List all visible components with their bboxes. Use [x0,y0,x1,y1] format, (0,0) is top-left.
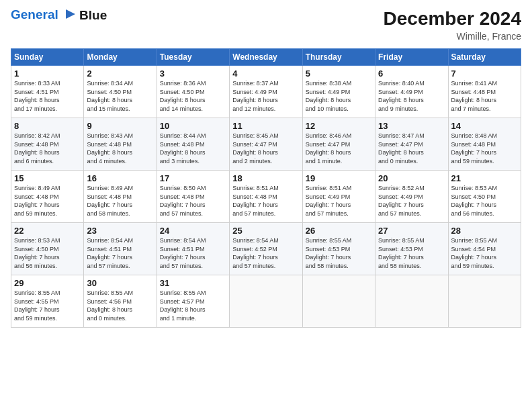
table-row: 17Sunrise: 8:50 AM Sunset: 4:48 PM Dayli… [157,171,229,223]
col-friday: Friday [375,49,448,66]
calendar-header-row: Sunday Monday Tuesday Wednesday Thursday… [11,49,521,66]
day-info: Sunrise: 8:50 AM Sunset: 4:48 PM Dayligh… [160,184,226,218]
table-row: 12Sunrise: 8:46 AM Sunset: 4:47 PM Dayli… [302,118,375,171]
table-row [230,275,302,328]
main-container: General Blue December 2024 Wimille, Fran… [0,0,532,333]
table-row: 16Sunrise: 8:49 AM Sunset: 4:48 PM Dayli… [84,171,157,223]
table-row: 28Sunrise: 8:55 AM Sunset: 4:54 PM Dayli… [448,223,521,275]
col-thursday: Thursday [302,49,375,66]
day-info: Sunrise: 8:37 AM Sunset: 4:49 PM Dayligh… [232,79,299,113]
day-info: Sunrise: 8:45 AM Sunset: 4:47 PM Dayligh… [232,132,299,165]
calendar-week-row: 8Sunrise: 8:42 AM Sunset: 4:48 PM Daylig… [11,118,521,171]
day-info: Sunrise: 8:41 AM Sunset: 4:48 PM Dayligh… [451,79,518,113]
title-area: December 2024 Wimille, France [384,8,521,42]
table-row: 25Sunrise: 8:54 AM Sunset: 4:52 PM Dayli… [230,223,302,275]
day-info: Sunrise: 8:55 AM Sunset: 4:55 PM Dayligh… [14,289,81,322]
logo: General Blue [11,8,107,23]
day-number: 15 [14,173,81,183]
table-row: 22Sunrise: 8:53 AM Sunset: 4:50 PM Dayli… [11,223,84,275]
day-info: Sunrise: 8:46 AM Sunset: 4:47 PM Dayligh… [306,132,372,165]
day-info: Sunrise: 8:48 AM Sunset: 4:48 PM Dayligh… [451,132,518,165]
day-number: 31 [160,278,226,288]
day-info: Sunrise: 8:36 AM Sunset: 4:50 PM Dayligh… [160,79,226,113]
day-number: 26 [306,226,372,236]
table-row: 11Sunrise: 8:45 AM Sunset: 4:47 PM Dayli… [230,118,302,171]
day-info: Sunrise: 8:33 AM Sunset: 4:51 PM Dayligh… [14,79,81,113]
day-number: 3 [160,68,226,79]
day-number: 6 [378,68,445,79]
logo-flag-icon [63,8,78,23]
day-info: Sunrise: 8:54 AM Sunset: 4:51 PM Dayligh… [87,236,153,270]
table-row: 20Sunrise: 8:52 AM Sunset: 4:49 PM Dayli… [375,171,448,223]
calendar-week-row: 29Sunrise: 8:55 AM Sunset: 4:55 PM Dayli… [11,275,521,328]
calendar-week-row: 22Sunrise: 8:53 AM Sunset: 4:50 PM Dayli… [11,223,521,275]
table-row: 14Sunrise: 8:48 AM Sunset: 4:48 PM Dayli… [448,118,521,171]
day-number: 14 [451,121,518,131]
day-number: 9 [87,121,153,131]
day-number: 4 [232,68,299,79]
day-number: 30 [87,278,153,288]
table-row: 15Sunrise: 8:49 AM Sunset: 4:48 PM Dayli… [11,171,84,223]
table-row: 26Sunrise: 8:55 AM Sunset: 4:53 PM Dayli… [302,223,375,275]
table-row [448,275,521,328]
table-row: 18Sunrise: 8:51 AM Sunset: 4:48 PM Dayli… [230,171,302,223]
day-number: 27 [378,226,445,236]
table-row: 21Sunrise: 8:53 AM Sunset: 4:50 PM Dayli… [448,171,521,223]
day-info: Sunrise: 8:54 AM Sunset: 4:51 PM Dayligh… [160,236,226,270]
day-info: Sunrise: 8:55 AM Sunset: 4:56 PM Dayligh… [87,289,153,322]
calendar-week-row: 1Sunrise: 8:33 AM Sunset: 4:51 PM Daylig… [11,66,521,118]
day-number: 2 [87,68,153,79]
calendar-week-row: 15Sunrise: 8:49 AM Sunset: 4:48 PM Dayli… [11,171,521,223]
day-info: Sunrise: 8:55 AM Sunset: 4:53 PM Dayligh… [306,236,372,270]
table-row: 13Sunrise: 8:47 AM Sunset: 4:47 PM Dayli… [375,118,448,171]
day-info: Sunrise: 8:38 AM Sunset: 4:49 PM Dayligh… [306,79,372,113]
day-number: 8 [14,121,81,131]
day-info: Sunrise: 8:44 AM Sunset: 4:48 PM Dayligh… [160,132,226,165]
day-number: 11 [232,121,299,131]
table-row: 23Sunrise: 8:54 AM Sunset: 4:51 PM Dayli… [84,223,157,275]
table-row: 9Sunrise: 8:43 AM Sunset: 4:48 PM Daylig… [84,118,157,171]
day-number: 20 [378,173,445,183]
svg-marker-0 [66,9,75,19]
day-number: 5 [306,68,372,79]
day-number: 12 [306,121,372,131]
table-row: 31Sunrise: 8:55 AM Sunset: 4:57 PM Dayli… [157,275,229,328]
day-info: Sunrise: 8:40 AM Sunset: 4:49 PM Dayligh… [378,79,445,113]
day-info: Sunrise: 8:34 AM Sunset: 4:50 PM Dayligh… [87,79,153,113]
day-info: Sunrise: 8:43 AM Sunset: 4:48 PM Dayligh… [87,132,153,165]
day-number: 25 [232,226,299,236]
col-wednesday: Wednesday [230,49,302,66]
table-row: 19Sunrise: 8:51 AM Sunset: 4:49 PM Dayli… [302,171,375,223]
header: General Blue December 2024 Wimille, Fran… [11,8,521,42]
day-info: Sunrise: 8:55 AM Sunset: 4:57 PM Dayligh… [160,289,226,322]
day-info: Sunrise: 8:42 AM Sunset: 4:48 PM Dayligh… [14,132,81,165]
table-row: 1Sunrise: 8:33 AM Sunset: 4:51 PM Daylig… [11,66,84,118]
day-info: Sunrise: 8:53 AM Sunset: 4:50 PM Dayligh… [451,184,518,218]
day-number: 16 [87,173,153,183]
day-number: 10 [160,121,226,131]
day-number: 24 [160,226,226,236]
logo-general: General [11,7,58,21]
day-number: 19 [306,173,372,183]
day-number: 23 [87,226,153,236]
col-monday: Monday [84,49,157,66]
table-row: 30Sunrise: 8:55 AM Sunset: 4:56 PM Dayli… [84,275,157,328]
calendar-table: Sunday Monday Tuesday Wednesday Thursday… [11,48,521,328]
day-info: Sunrise: 8:51 AM Sunset: 4:48 PM Dayligh… [232,184,299,218]
table-row: 4Sunrise: 8:37 AM Sunset: 4:49 PM Daylig… [230,66,302,118]
table-row: 2Sunrise: 8:34 AM Sunset: 4:50 PM Daylig… [84,66,157,118]
col-sunday: Sunday [11,49,84,66]
day-info: Sunrise: 8:53 AM Sunset: 4:50 PM Dayligh… [14,236,81,270]
table-row: 5Sunrise: 8:38 AM Sunset: 4:49 PM Daylig… [302,66,375,118]
day-info: Sunrise: 8:47 AM Sunset: 4:47 PM Dayligh… [378,132,445,165]
table-row: 24Sunrise: 8:54 AM Sunset: 4:51 PM Dayli… [157,223,229,275]
day-number: 17 [160,173,226,183]
day-info: Sunrise: 8:49 AM Sunset: 4:48 PM Dayligh… [14,184,81,218]
table-row [302,275,375,328]
day-number: 18 [232,173,299,183]
day-number: 21 [451,173,518,183]
month-title: December 2024 [384,8,521,30]
day-info: Sunrise: 8:49 AM Sunset: 4:48 PM Dayligh… [87,184,153,218]
day-number: 7 [451,68,518,79]
col-saturday: Saturday [448,49,521,66]
